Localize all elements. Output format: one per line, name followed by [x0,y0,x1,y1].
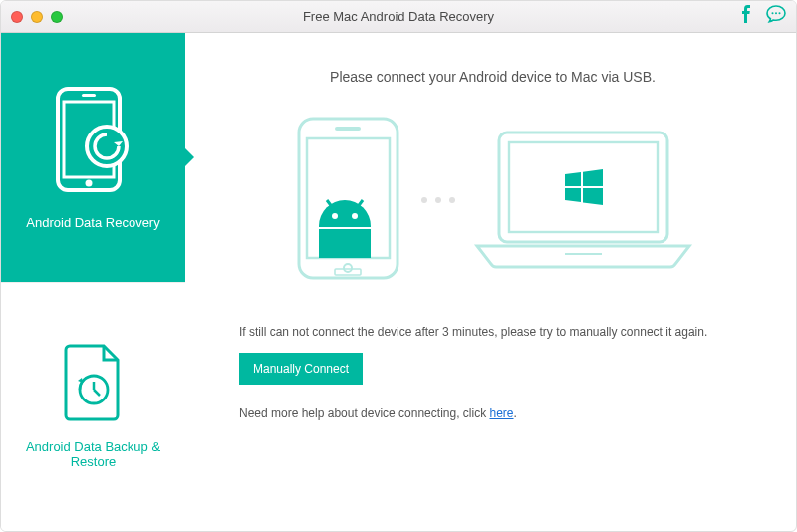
titlebar: Free Mac Android Data Recovery [1,1,796,33]
facebook-icon[interactable] [738,5,754,28]
feedback-icon[interactable] [766,5,786,28]
svg-rect-6 [82,94,96,97]
svg-point-0 [772,12,774,14]
svg-point-11 [344,264,352,272]
svg-rect-19 [499,133,667,242]
social-links [738,5,786,28]
help-text: If still can not connect the device afte… [239,325,746,339]
window-title: Free Mac Android Data Recovery [1,9,796,24]
manually-connect-button[interactable]: Manually Connect [239,353,363,385]
sidebar-item-label: Android Data Recovery [26,215,159,230]
phone-recovery-icon [52,85,135,197]
minimize-icon[interactable] [31,11,43,23]
svg-point-7 [87,127,127,166]
svg-rect-20 [509,142,658,232]
sidebar-item-backup-restore[interactable]: Android Data Backup & Restore [1,282,185,532]
svg-point-1 [775,12,777,14]
instruction-heading: Please connect your Android device to Ma… [239,69,746,85]
more-help-suffix: . [514,406,517,420]
close-icon[interactable] [11,11,23,23]
sidebar-item-label: Android Data Backup & Restore [11,439,175,469]
zoom-icon[interactable] [51,11,63,23]
svg-point-2 [779,12,781,14]
sidebar: Android Data Recovery Android Data Backu… [1,33,185,531]
main-panel: Please connect your Android device to Ma… [185,33,796,531]
content-area: Android Data Recovery Android Data Backu… [1,33,796,531]
connection-dots-icon [421,197,455,203]
connection-illustration [239,115,746,285]
laptop-icon [471,127,695,274]
sidebar-item-data-recovery[interactable]: Android Data Recovery [1,33,185,282]
more-help-prefix: Need more help about device connecting, … [239,406,489,420]
svg-rect-12 [335,127,361,131]
window-controls [11,11,63,23]
android-phone-icon [291,115,405,285]
app-window: Free Mac Android Data Recovery [0,0,797,532]
svg-point-5 [85,179,92,186]
svg-point-15 [352,213,358,219]
more-help-text: Need more help about device connecting, … [239,406,746,420]
help-link[interactable]: here [489,406,513,420]
document-restore-icon [64,344,124,421]
svg-point-14 [332,213,338,219]
